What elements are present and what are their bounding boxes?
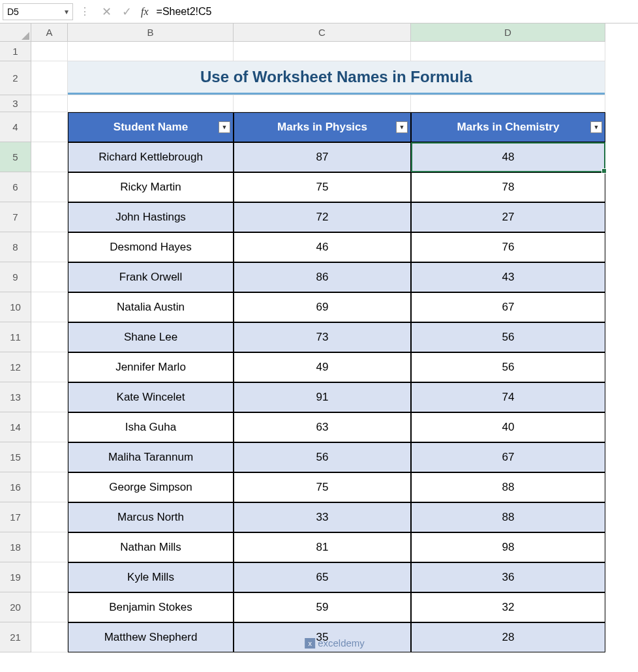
cells-area[interactable]: Use of Worksheet Names in FormulaStudent… — [31, 42, 638, 652]
cell[interactable] — [31, 382, 68, 412]
table-cell[interactable]: 91 — [234, 382, 411, 412]
formula-input[interactable] — [153, 5, 635, 19]
table-cell[interactable]: George Simpson — [68, 472, 234, 502]
table-header-chemistry[interactable]: Marks in Chemistry▼ — [411, 112, 605, 142]
table-cell[interactable]: 67 — [411, 292, 605, 322]
table-cell[interactable]: 78 — [411, 172, 605, 202]
select-all-corner[interactable] — [0, 23, 31, 42]
cell[interactable] — [68, 95, 234, 112]
cell[interactable] — [31, 562, 68, 592]
row-header-17[interactable]: 17 — [0, 502, 31, 532]
col-header-D[interactable]: D — [411, 23, 605, 42]
row-header-1[interactable]: 1 — [0, 42, 31, 61]
cell[interactable] — [31, 532, 68, 562]
cell[interactable] — [31, 352, 68, 382]
row-header-4[interactable]: 4 — [0, 112, 31, 142]
table-cell[interactable]: Isha Guha — [68, 412, 234, 442]
row-header-12[interactable]: 12 — [0, 352, 31, 382]
cell[interactable] — [31, 42, 68, 61]
table-cell[interactable]: 69 — [234, 292, 411, 322]
row-header-21[interactable]: 21 — [0, 622, 31, 652]
table-header-student[interactable]: Student Name▼ — [68, 112, 234, 142]
table-cell[interactable]: Shane Lee — [68, 322, 234, 352]
table-cell[interactable]: 33 — [234, 502, 411, 532]
cell[interactable] — [31, 142, 68, 172]
row-header-2[interactable]: 2 — [0, 61, 31, 95]
filter-button[interactable]: ▼ — [219, 121, 230, 133]
table-cell[interactable]: 59 — [234, 592, 411, 622]
table-cell[interactable]: 86 — [234, 262, 411, 292]
table-cell[interactable]: 28 — [411, 622, 605, 652]
table-cell[interactable]: 75 — [234, 172, 411, 202]
cancel-icon[interactable]: ✕ — [102, 5, 112, 19]
table-cell[interactable]: 56 — [411, 322, 605, 352]
table-cell[interactable]: John Hastings — [68, 202, 234, 232]
row-header-8[interactable]: 8 — [0, 232, 31, 262]
table-cell[interactable]: 36 — [411, 562, 605, 592]
table-cell[interactable]: Kyle Mills — [68, 562, 234, 592]
table-cell[interactable]: 48 — [411, 142, 605, 172]
cell[interactable] — [234, 95, 411, 112]
table-cell[interactable]: 87 — [234, 142, 411, 172]
cell[interactable] — [31, 202, 68, 232]
row-header-13[interactable]: 13 — [0, 382, 31, 412]
cell[interactable] — [31, 232, 68, 262]
table-cell[interactable]: 32 — [411, 592, 605, 622]
table-cell[interactable]: Maliha Tarannum — [68, 442, 234, 472]
table-cell[interactable]: Frank Orwell — [68, 262, 234, 292]
table-cell[interactable]: Jennifer Marlo — [68, 352, 234, 382]
table-cell[interactable]: 40 — [411, 412, 605, 442]
cell[interactable] — [411, 42, 605, 61]
table-cell[interactable]: Desmond Hayes — [68, 232, 234, 262]
cell[interactable] — [31, 472, 68, 502]
row-header-7[interactable]: 7 — [0, 202, 31, 232]
cell[interactable] — [31, 262, 68, 292]
filter-button[interactable]: ▼ — [396, 121, 408, 133]
table-cell[interactable]: 73 — [234, 322, 411, 352]
row-header-16[interactable]: 16 — [0, 472, 31, 502]
table-cell[interactable]: Benjamin Stokes — [68, 592, 234, 622]
col-header-C[interactable]: C — [234, 23, 411, 42]
row-header-19[interactable]: 19 — [0, 562, 31, 592]
table-cell[interactable]: 74 — [411, 382, 605, 412]
table-cell[interactable]: 65 — [234, 562, 411, 592]
row-header-18[interactable]: 18 — [0, 532, 31, 562]
name-box[interactable]: D5 ▾ — [3, 3, 73, 20]
table-cell[interactable]: 75 — [234, 472, 411, 502]
cell[interactable] — [31, 502, 68, 532]
table-cell[interactable]: 46 — [234, 232, 411, 262]
row-header-15[interactable]: 15 — [0, 442, 31, 472]
table-cell[interactable]: 56 — [234, 442, 411, 472]
table-cell[interactable]: 67 — [411, 442, 605, 472]
row-header-9[interactable]: 9 — [0, 262, 31, 292]
cell[interactable] — [31, 112, 68, 142]
table-cell[interactable]: 88 — [411, 502, 605, 532]
cell[interactable] — [68, 42, 234, 61]
col-header-B[interactable]: B — [68, 23, 234, 42]
cell[interactable] — [31, 412, 68, 442]
row-header-20[interactable]: 20 — [0, 592, 31, 622]
row-header-10[interactable]: 10 — [0, 292, 31, 322]
table-cell[interactable]: Ricky Martin — [68, 172, 234, 202]
row-header-6[interactable]: 6 — [0, 172, 31, 202]
cell[interactable] — [31, 292, 68, 322]
table-cell[interactable]: 43 — [411, 262, 605, 292]
table-cell[interactable]: 98 — [411, 532, 605, 562]
filter-button[interactable]: ▼ — [590, 121, 602, 133]
table-cell[interactable]: Natalia Austin — [68, 292, 234, 322]
table-cell[interactable]: 56 — [411, 352, 605, 382]
row-header-14[interactable]: 14 — [0, 412, 31, 442]
chevron-down-icon[interactable]: ▾ — [65, 7, 68, 16]
cell[interactable] — [31, 622, 68, 652]
cell[interactable] — [31, 172, 68, 202]
cell[interactable] — [31, 95, 68, 112]
table-cell[interactable]: 35 — [234, 622, 411, 652]
row-header-5[interactable]: 5 — [0, 142, 31, 172]
col-header-A[interactable]: A — [31, 23, 68, 42]
table-cell[interactable]: Richard Kettlebrough — [68, 142, 234, 172]
fx-icon[interactable]: fx — [141, 6, 149, 18]
table-cell[interactable]: Matthew Shepherd — [68, 622, 234, 652]
cell[interactable] — [234, 42, 411, 61]
enter-icon[interactable]: ✓ — [122, 5, 132, 19]
table-cell[interactable]: 88 — [411, 472, 605, 502]
